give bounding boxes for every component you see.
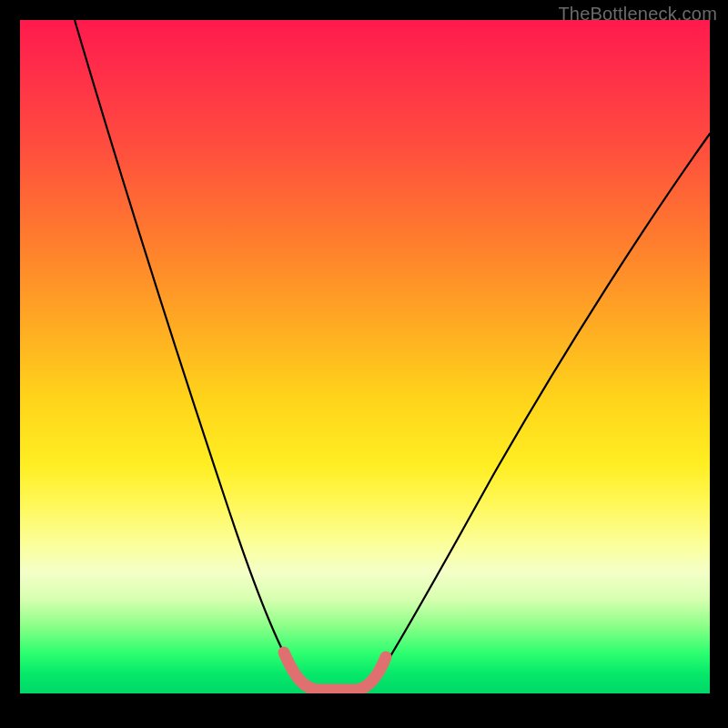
plot-area <box>20 20 710 693</box>
highlight-segment <box>284 652 386 690</box>
curve-svg <box>20 20 710 693</box>
bottleneck-curve-path <box>75 20 710 691</box>
chart-frame: TheBottleneck.com <box>0 0 728 728</box>
